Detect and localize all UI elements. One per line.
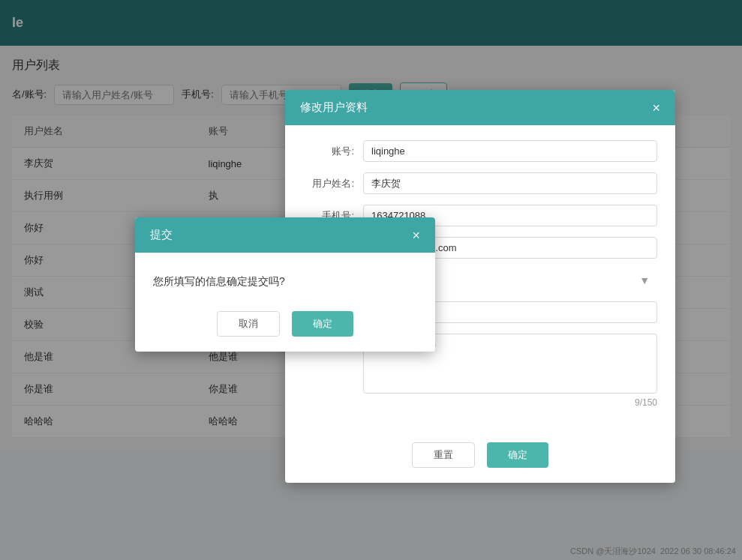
- form-row-account: 账号:: [303, 140, 657, 162]
- form-row-username: 用户姓名:: [303, 172, 657, 194]
- username-field-label: 用户姓名:: [303, 172, 363, 190]
- modal-confirm-dialog: 提交 × 您所填写的信息确定提交吗? 取消 确定: [135, 217, 435, 352]
- confirm-body: 您所填写的信息确定提交吗?: [135, 253, 435, 304]
- modal-edit-close-button[interactable]: ×: [652, 101, 660, 115]
- notes-counter: 9/150: [363, 397, 657, 408]
- confirm-message: 您所填写的信息确定提交吗?: [153, 275, 285, 287]
- modal-edit-title: 修改用户资料: [300, 100, 368, 115]
- username-field-input[interactable]: [363, 172, 657, 194]
- modal-edit-footer: 重置 确定: [285, 433, 675, 483]
- confirm-header: 提交 ×: [135, 217, 435, 253]
- confirm-title: 提交: [150, 228, 173, 242]
- reset-button[interactable]: 重置: [412, 442, 475, 468]
- ok-button[interactable]: 确定: [292, 311, 353, 337]
- account-field-label: 账号:: [303, 140, 363, 158]
- cancel-button[interactable]: 取消: [217, 311, 280, 337]
- page-background: Ie 用户列表 名/账号: 手机号: 搜索 +用户 用户姓名 账号 角色 时间: [0, 0, 742, 560]
- account-field-input[interactable]: [363, 140, 657, 162]
- chevron-down-icon: ▼: [639, 274, 650, 286]
- modal-edit-header: 修改用户资料 ×: [285, 90, 675, 125]
- confirm-close-button[interactable]: ×: [412, 229, 420, 242]
- edit-confirm-button[interactable]: 确定: [487, 442, 548, 468]
- confirm-footer: 取消 确定: [135, 304, 435, 352]
